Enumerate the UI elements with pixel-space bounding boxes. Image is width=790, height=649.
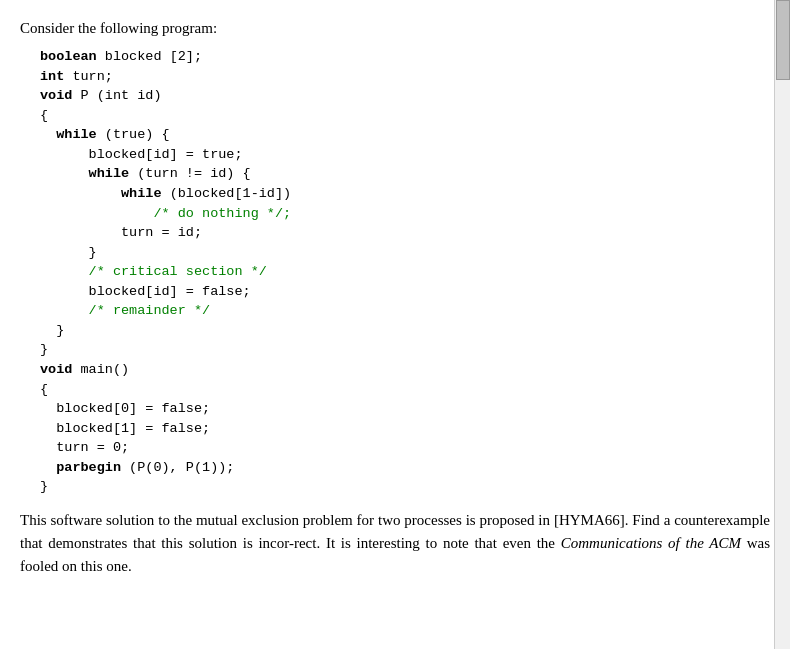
code-line: parbegin (P(0), P(1)); bbox=[40, 458, 770, 478]
code-line: while (true) { bbox=[40, 125, 770, 145]
code-line: while (blocked[1-id]) bbox=[40, 184, 770, 204]
code-line: } bbox=[40, 340, 770, 360]
code-line: /* remainder */ bbox=[40, 301, 770, 321]
code-line: blocked[id] = true; bbox=[40, 145, 770, 165]
intro-text: Consider the following program: bbox=[20, 20, 770, 37]
code-line: } bbox=[40, 321, 770, 341]
code-line: blocked[id] = false; bbox=[40, 282, 770, 302]
code-line: boolean blocked [2]; bbox=[40, 47, 770, 67]
code-line: void main() bbox=[40, 360, 770, 380]
keyword-while3: while bbox=[121, 186, 162, 201]
keyword-boolean: boolean bbox=[40, 49, 97, 64]
keyword-while1: while bbox=[56, 127, 97, 142]
comment-do-nothing: /* do nothing */; bbox=[153, 206, 291, 221]
code-line: blocked[1] = false; bbox=[40, 419, 770, 439]
code-line: void P (int id) bbox=[40, 86, 770, 106]
comment-remainder: /* remainder */ bbox=[89, 303, 211, 318]
code-line: /* do nothing */; bbox=[40, 204, 770, 224]
code-line: { bbox=[40, 106, 770, 126]
code-line: blocked[0] = false; bbox=[40, 399, 770, 419]
code-line: /* critical section */ bbox=[40, 262, 770, 282]
scrollbar-track[interactable] bbox=[774, 0, 790, 649]
code-line: } bbox=[40, 477, 770, 497]
code-line: while (turn != id) { bbox=[40, 164, 770, 184]
page-container: Consider the following program: boolean … bbox=[20, 20, 770, 579]
intro-label: Consider the following program: bbox=[20, 20, 217, 36]
comment-critical: /* critical section */ bbox=[89, 264, 267, 279]
scrollbar-thumb[interactable] bbox=[776, 0, 790, 80]
code-line: turn = id; bbox=[40, 223, 770, 243]
code-line: } bbox=[40, 243, 770, 263]
keyword-parbegin: parbegin bbox=[56, 460, 121, 475]
keyword-while2: while bbox=[89, 166, 130, 181]
keyword-void1: void bbox=[40, 88, 72, 103]
conclusion-text: This software solution to the mutual exc… bbox=[20, 509, 770, 579]
keyword-void2: void bbox=[40, 362, 72, 377]
code-line: turn = 0; bbox=[40, 438, 770, 458]
code-line: int turn; bbox=[40, 67, 770, 87]
code-block: boolean blocked [2]; int turn; void P (i… bbox=[40, 47, 770, 497]
code-line: { bbox=[40, 380, 770, 400]
conclusion-italic: Communications of the ACM bbox=[561, 535, 741, 551]
keyword-int: int bbox=[40, 69, 64, 84]
